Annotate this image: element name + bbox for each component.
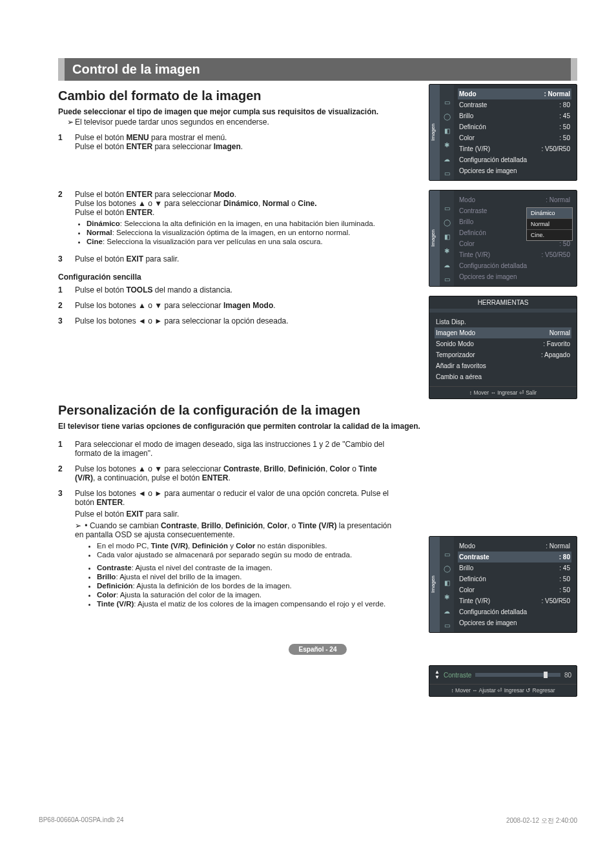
osd-row: Definicón: 50 [458,121,571,132]
cloud-icon: ☁ [443,156,451,163]
osd-row: Opciores de imagen [458,271,571,282]
cloud-icon: ☁ [443,608,451,615]
osd-row: Modo: Normal [458,541,571,552]
step-number: 2 [58,464,75,482]
osd-row: Opciores de imagen [458,617,571,628]
circle-icon: ◯ [443,113,451,121]
osd-icon-strip: ▭ ◯ ◧ ✱ ☁ ▭ [440,85,454,180]
footer-file: BP68-00660A-00SPA.indb 24 [39,816,124,825]
tools-row: Temporizador: Apagado [435,349,571,360]
easy-step-3: 3 Pulse los botones ◄ o ► para seleccion… [58,316,394,325]
osd-row: Configuración detallada [458,606,571,617]
popup-option: Cine. [527,230,572,240]
osd-content: Modo: NormalContraste: 80Brillo: 45Defin… [454,537,577,632]
osd-content: Modo: NormalContraste: 80Brillo: 45Defin… [454,85,577,180]
gear-icon: ✱ [443,141,451,149]
picture-icon: ◧ [443,579,451,587]
tools-content: Lista Disp.Imagen ModoNormalSonido Modo:… [429,313,577,386]
intro-1: Puede seleccionar el tipo de imagen que … [58,107,394,116]
card-icon: ▭ [443,170,451,178]
slider-footer: ↕ Mover ↔ Ajustar ⏎ Ingresar ↺ Regresar [429,684,577,696]
osd-side-label: Imagen [429,537,440,632]
step-number: 1 [58,285,75,294]
slider-label: Contraste [444,672,471,679]
step-number: 3 [58,316,75,325]
tools-footer: ↕ Mover ↔ Ingresar ⏎ Salir [429,386,577,398]
popup-option: Normal [527,219,572,230]
step-number: 3 [58,254,75,263]
tools-row: Lista Disp. [435,316,571,327]
step-body: Pulse el botón MENU para mostrar el menú… [75,133,394,151]
popup-option: Dinámico [527,208,572,219]
easy-step-2: 2 Pulse los botones ▲ o ▼ para seleccion… [58,301,394,310]
circle-icon: ◯ [443,565,451,573]
footer-meta: BP68-00660A-00SPA.indb 24 2008-02-12 오전 … [0,814,616,832]
note-arrow-icon: ➢ [75,521,81,530]
osd-row: Tinte (V/R): V50/R50 [458,249,571,260]
footer-timestamp: 2008-02-12 오전 2:40:00 [506,816,577,825]
easy-step-1: 1 Pulse el botón TOOLS del mando a dista… [58,285,394,294]
step-body: Pulse el botón EXIT para salir. [75,254,394,263]
mode-popup: DinámicoNormalCine. [526,207,573,241]
osd-row: Configuración detallada [458,154,571,165]
gear-icon: ✱ [443,593,451,601]
osd-row: Modo: Normal [458,194,571,205]
slider-knob [544,672,548,678]
updown-arrows-icon: ▲▼ [435,670,440,680]
s2-step-1: 1 Para seleccionar el modo de imagen des… [58,440,394,458]
tools-title: HERRAMIENTAS [429,296,577,313]
osd-row: Contraste: 80 [458,99,571,110]
section-title-bar: Control de la imagen [58,58,577,81]
osd-row: Contraste: 80 [458,552,571,562]
s2-step-2: 2 Pulse los botones ▲ o ▼ para seleccion… [58,464,394,482]
osd-icon-strip: ▭ ◯ ◧ ✱ ☁ ▭ [440,537,454,632]
osd-side-label: Imagen [429,191,440,286]
contrast-slider-panel: ▲▼ Contraste 80 ↕ Mover ↔ Ajustar ⏎ Ingr… [429,665,577,697]
osd-row: Brillo: 45 [458,110,571,121]
osd-row: Tinte (V/R): V50/R50 [458,595,571,606]
intro-2: El televisor tiene varias opciones de co… [58,422,523,431]
step-1: 1 Pulse el botón MENU para mostrar el me… [58,133,394,151]
cloud-icon: ☁ [443,262,451,269]
step-number: 1 [58,440,75,458]
mode-descriptions: Dinámico: Selecciona la alta definición … [87,220,394,245]
slider-bar [475,673,560,677]
tv-icon: ▭ [443,99,451,107]
card-icon: ▭ [443,276,451,284]
tools-panel: HERRAMIENTAS Lista Disp.Imagen ModoNorma… [429,296,577,399]
step-2: 2 Pulse el botón ENTER para seleccionar … [58,190,394,248]
osd-row: Color: 50 [458,584,571,595]
card-icon: ▭ [443,622,451,630]
step-body: Pulse el botón ENTER para seleccionar Mo… [75,190,394,248]
step-number: 1 [58,133,75,151]
osd-picture-menu-2: Imagen ▭ ◯ ◧ ✱ ☁ ▭ Modo: NormalContraste… [429,190,577,287]
step-3: 3 Pulse el botón EXIT para salir. [58,254,394,263]
picture-icon: ◧ [443,127,451,135]
picture-icon: ◧ [443,233,451,241]
osd-icon-strip: ▭ ◯ ◧ ✱ ☁ ▭ [440,191,454,286]
osd-row: Brillo: 45 [458,562,571,573]
step-number: 3 [58,489,75,610]
s2-step-3: 3 Pulse los botones ◄ o ► para aumentar … [58,489,394,610]
osd-side-label: Imagen [429,85,440,180]
step-number: 2 [58,301,75,310]
osd-row: Definicón: 50 [458,573,571,584]
easy-config-heading: Configuración sencilla [58,273,394,282]
osd-picture-menu-3: Imagen ▭ ◯ ◧ ✱ ☁ ▭ Modo: NormalContraste… [429,536,577,633]
circle-icon: ◯ [443,219,451,227]
tv-icon: ▭ [443,205,451,212]
tools-row: Imagen ModoNormal [435,327,571,338]
osd-row: Tinte (V/R): V50/R50 [458,143,571,154]
subheading-2: Personalización de la configuración de l… [58,403,577,418]
tools-row: Cambio a aérea [435,371,571,382]
osd-row: Color: 50 [458,132,571,143]
definitions-list: Contraste: Ajusta el nivel del contraste… [97,564,394,608]
osd-row: Configuración detallada [458,260,571,271]
step-number: 2 [58,190,75,248]
osd-row: Modo: Normal [458,88,571,99]
tv-icon: ▭ [443,551,451,559]
tools-row: Añadir a favoritos [435,360,571,371]
tools-row: Sonido Modo: Favorito [435,338,571,349]
note-arrow-icon: ➢ [67,118,74,127]
osd-picture-menu-1: Imagen ▭ ◯ ◧ ✱ ☁ ▭ Modo: NormalContraste… [429,84,577,181]
